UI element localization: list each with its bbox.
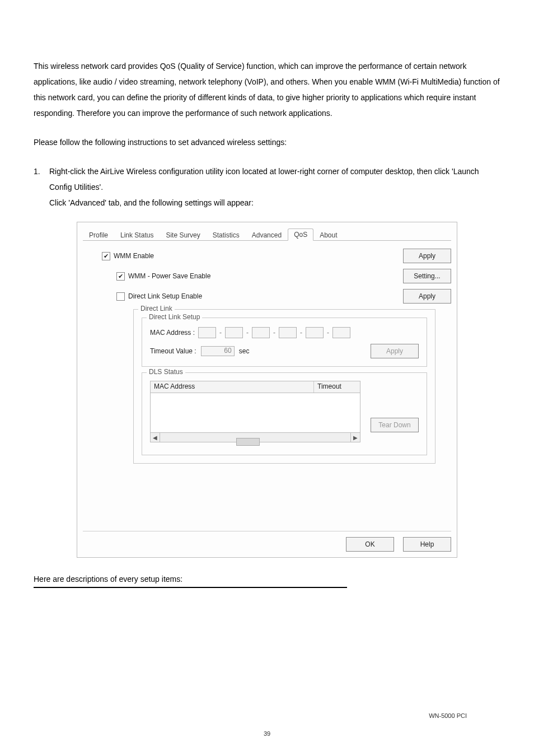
mac-octet-3[interactable] <box>252 327 270 338</box>
mac-dash: - <box>273 329 275 337</box>
wmm-setting-button[interactable]: Setting... <box>403 269 451 283</box>
ok-button[interactable]: OK <box>346 537 394 552</box>
footer-page-number: 39 <box>264 730 270 737</box>
dls-enable-checkbox[interactable] <box>116 292 125 301</box>
teardown-button[interactable]: Tear Down <box>371 418 419 432</box>
descriptions-heading: Here are descriptions of every setup ite… <box>34 575 500 584</box>
timeout-label: Timeout Value : <box>150 347 196 355</box>
tab-site-survey[interactable]: Site Survey <box>160 229 206 241</box>
step-1-line-b: Click 'Advanced' tab, and the following … <box>49 195 500 211</box>
dls-status-legend: DLS Status <box>147 368 185 376</box>
instructions-lead: Please follow the following instructions… <box>34 134 500 150</box>
wmm-enable-checkbox[interactable]: ✔ <box>102 252 110 260</box>
help-button[interactable]: Help <box>403 537 451 552</box>
mac-dash: - <box>246 329 249 337</box>
mac-address-label: MAC Address : <box>150 329 195 337</box>
tab-about[interactable]: About <box>313 229 343 241</box>
dls-table-scrollbar[interactable]: ◀ ▶ <box>150 433 360 442</box>
mac-octet-6[interactable] <box>332 327 350 338</box>
tab-advanced[interactable]: Advanced <box>246 229 288 241</box>
intro-paragraph: This wireless network card provides QoS … <box>34 58 500 121</box>
dls-table-header: MAC Address Timeout <box>150 381 360 393</box>
timeout-sec-label: sec <box>239 347 250 355</box>
dls-setup-apply-button[interactable]: Apply <box>371 344 419 358</box>
scroll-right-icon[interactable]: ▶ <box>350 433 360 442</box>
timeout-value-input[interactable]: 60 <box>201 346 235 356</box>
scroll-left-icon[interactable]: ◀ <box>151 433 160 442</box>
direct-link-legend: Direct Link <box>138 305 175 312</box>
wmm-powersave-checkbox[interactable]: ✔ <box>116 272 125 281</box>
mac-dash: - <box>300 329 302 337</box>
wmm-apply-button[interactable]: Apply <box>403 249 451 263</box>
dls-th-mac[interactable]: MAC Address <box>151 381 314 393</box>
mac-dash: - <box>219 329 222 337</box>
descriptions-rule <box>34 587 347 588</box>
dls-enable-label: Direct Link Setup Enable <box>128 292 403 300</box>
tab-qos[interactable]: QoS <box>288 228 313 241</box>
dls-setup-legend: Direct Link Setup <box>147 313 202 321</box>
step-number: 1. <box>34 164 49 211</box>
wmm-powersave-label: WMM - Power Save Enable <box>128 272 403 280</box>
step-1: 1. Right-click the AirLive Wireless conf… <box>34 164 500 211</box>
qos-dialog: Profile Link Status Site Survey Statisti… <box>77 222 457 558</box>
scroll-thumb[interactable] <box>236 438 260 446</box>
wmm-enable-label: WMM Enable <box>114 252 403 260</box>
dls-apply-button[interactable]: Apply <box>403 289 451 304</box>
tab-statistics[interactable]: Statistics <box>207 229 246 241</box>
mac-octet-2[interactable] <box>225 327 243 338</box>
direct-link-group: Direct Link Direct Link Setup MAC Addres… <box>133 309 435 464</box>
tab-strip: Profile Link Status Site Survey Statisti… <box>83 227 451 241</box>
mac-octet-4[interactable] <box>279 327 297 338</box>
tab-link-status[interactable]: Link Status <box>114 229 160 241</box>
tab-profile[interactable]: Profile <box>83 229 114 241</box>
dls-status-group: DLS Status MAC Address Timeout ◀ <box>142 372 427 455</box>
footer-model: WN-5000 PCI <box>429 712 467 719</box>
mac-octet-1[interactable] <box>198 327 216 338</box>
step-1-line-a: Right-click the AirLive Wireless configu… <box>49 164 500 195</box>
dls-th-timeout[interactable]: Timeout <box>314 381 360 393</box>
dls-table-body[interactable] <box>150 393 360 433</box>
direct-link-setup-group: Direct Link Setup MAC Address : - - - - … <box>142 318 427 367</box>
mac-octet-5[interactable] <box>306 327 324 338</box>
mac-dash: - <box>327 329 329 337</box>
